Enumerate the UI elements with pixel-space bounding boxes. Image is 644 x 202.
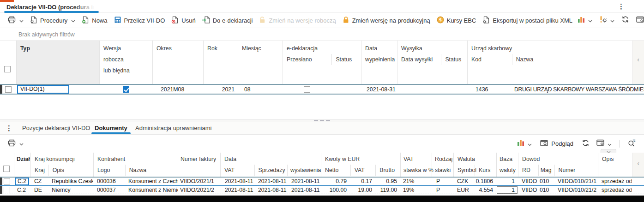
data-wypelnienia-cell[interactable]: 2021-08-31 <box>361 85 397 94</box>
chevron-down-icon[interactable] <box>19 140 24 147</box>
eksportuj-xml-button[interactable]: Eksportuj w postaci pliku XML <box>479 14 576 27</box>
bottom-panel-kebab-icon[interactable]: ⋮ <box>6 125 12 131</box>
nazwa-cell[interactable]: Konsument z Niemiec <box>125 186 178 194</box>
documents-search-filter-button[interactable] <box>626 138 638 150</box>
brutto-cell[interactable]: 119.00 <box>375 186 400 194</box>
netto-cell[interactable]: 100.00 <box>321 186 350 194</box>
column-header-numer-faktury[interactable]: Numer faktury <box>178 153 220 177</box>
do-edeklaracji-button[interactable]: Do e-deklaracji <box>199 14 256 27</box>
row-checkbox[interactable] <box>4 187 10 193</box>
chevron-down-icon[interactable] <box>19 17 24 24</box>
rd-cell[interactable]: VIIDO <box>518 178 538 185</box>
opis-dokumentu-cell[interactable]: sprzedaż od <box>598 186 632 194</box>
refresh-button[interactable] <box>620 14 631 26</box>
wersja-robocza-checkbox[interactable] <box>123 86 129 93</box>
chevron-down-icon[interactable] <box>71 17 75 24</box>
dzial-cell[interactable]: C.2 <box>14 186 30 194</box>
column-header-sprzedazy[interactable]: Sprzedaży <box>254 165 288 176</box>
column-header-przeslano[interactable]: Przesłano <box>283 54 331 65</box>
data-sprzedazy-cell[interactable]: 2021-08-11 <box>254 178 287 185</box>
column-header-data-wypelnienia[interactable]: Data wypełnienia <box>361 41 397 84</box>
document-row[interactable]: C.2 DE Niemcy 000037 Konsument z Niemiec… <box>0 186 644 194</box>
column-group-urzad-skarbowy[interactable]: Urząd skarbowy Kod Nazwa <box>467 41 632 84</box>
column-header-opis-kraju[interactable]: Opis <box>48 165 93 176</box>
column-header-mag[interactable]: Mag <box>538 165 554 176</box>
rodzaj-stawki-cell[interactable]: P <box>432 178 453 185</box>
documents-window-settings-button[interactable] <box>595 138 614 150</box>
vat-cell[interactable]: 0.17 <box>350 178 375 185</box>
documents-refresh-button[interactable] <box>580 138 591 150</box>
przeslano-checkbox[interactable] <box>304 86 310 93</box>
column-header-rodzaj-stawki[interactable]: Rodzaj stawki <box>432 153 453 177</box>
column-header-nazwa-urzedu[interactable]: Nazwa <box>512 54 632 65</box>
brutto-cell[interactable]: 0.95 <box>375 178 400 185</box>
tab-pozycje-deklaracji[interactable]: Pozycje deklaracji VII-DO <box>22 122 90 134</box>
chevron-down-icon[interactable] <box>610 16 614 24</box>
numer-faktury-cell[interactable]: VIIDO/2021/1 <box>178 178 220 185</box>
column-header-vat-kwota[interactable]: VAT <box>350 165 376 176</box>
tab-administracja-uprawnieniami[interactable]: Administracja uprawnieniami <box>135 122 211 134</box>
data-wystawienia-cell[interactable]: 2021-08-11 <box>287 178 321 185</box>
column-header-kod[interactable]: Kod <box>468 54 512 65</box>
column-header-typ[interactable]: Typ <box>16 41 99 84</box>
column-group-kontrahent[interactable]: Kontrahent Logo Nazwa <box>93 153 178 177</box>
stawka-cell[interactable]: 19% <box>400 186 432 194</box>
kurs-cell[interactable]: 4.554 <box>474 186 496 194</box>
symbol-waluty-cell[interactable]: EUR <box>453 186 474 194</box>
documents-chart-view-button[interactable] <box>515 138 534 150</box>
tab-deklaracje[interactable]: Deklaracje VII-DO (procedura importu) <box>6 3 98 11</box>
data-vat-cell[interactable]: 2021-08-11 <box>220 178 254 185</box>
zmien-produkcyjna-button[interactable]: Zmień wersję na produkcyjną <box>339 14 433 27</box>
tab-dokumenty[interactable]: Dokumenty <box>95 122 127 134</box>
podglad-button[interactable]: Podgląd <box>537 137 577 150</box>
kurs-cell[interactable]: 0.1806 <box>474 178 496 185</box>
column-header-netto[interactable]: Netto <box>321 165 350 176</box>
column-group-edeklaracja[interactable]: e-deklaracja Przesłano Status <box>283 41 361 84</box>
data-vat-cell[interactable]: 2021-08-11 <box>220 186 254 194</box>
column-header-status-edeklaracja[interactable]: Status <box>331 54 361 65</box>
window-settings-button[interactable] <box>634 14 644 26</box>
przeslano-cell[interactable] <box>283 85 331 94</box>
usun-button[interactable]: Usuń <box>168 14 199 27</box>
netto-cell[interactable]: 0.79 <box>321 178 350 185</box>
column-header-wersja-robocza[interactable]: Wersja robocza lub błędna <box>99 41 152 84</box>
column-header-symbol[interactable]: Symbol <box>454 165 475 176</box>
opis-dokumentu-cell[interactable]: sprzedaż od <box>598 178 632 185</box>
chart-view-button[interactable] <box>576 14 594 26</box>
select-all-checkbox[interactable] <box>4 66 11 72</box>
column-group-kraj-konsumpcji[interactable]: Kraj konsumpcji Kraj Opis <box>30 153 93 177</box>
column-header-wystawienia[interactable]: wystawienia <box>287 165 321 176</box>
status-edeklaracja-cell[interactable] <box>331 85 361 94</box>
collapse-left-icon[interactable]: ‹ <box>637 56 639 84</box>
kraj-cell[interactable]: DE <box>30 186 48 194</box>
column-header-logo[interactable]: Logo <box>94 165 125 176</box>
baza-waluty-cell[interactable]: 1 <box>496 186 518 194</box>
row-select-cell[interactable] <box>0 178 14 185</box>
alerts-settings-button[interactable] <box>597 14 616 26</box>
rodzaj-stawki-cell[interactable]: P <box>432 186 453 194</box>
stawka-cell[interactable]: 21% <box>400 178 432 185</box>
column-header-miesiac[interactable]: Miesiąc <box>238 41 283 84</box>
tab-menu-kebab-icon[interactable]: ⋮ <box>618 3 625 10</box>
baza-waluty-cell[interactable]: 1 <box>496 178 518 185</box>
dzial-cell[interactable]: C.2 <box>14 178 30 185</box>
column-group-wysylka[interactable]: Wysyłka Data wysyłki Status <box>397 41 467 84</box>
nazwa-urzedu-cell[interactable]: DRUGI URZĄD SKARBOWY WARSZAWA ŚRÓDMIEŚCI… <box>512 85 632 94</box>
wersja-robocza-cell[interactable] <box>99 85 152 94</box>
column-header-vat-stawka[interactable]: VAT stawka w % <box>400 153 432 177</box>
data-sprzedazy-cell[interactable]: 2021-08-11 <box>254 186 287 194</box>
declaration-row[interactable]: VII-DO(1) 2021M08 2021 08 2021-08-31 143… <box>0 84 644 95</box>
nazwa-cell[interactable]: Konsument z Czech <box>125 178 178 185</box>
print-button[interactable] <box>5 14 27 27</box>
numer-dowodu-cell[interactable]: VIIDO/010/21/1 <box>554 178 598 185</box>
rok-cell[interactable]: 2021 <box>203 85 238 94</box>
przelicz-button[interactable]: Przelicz VII-DO <box>111 14 169 27</box>
data-wystawienia-cell[interactable]: 2021-08-11 <box>287 186 321 194</box>
column-header-baza-waluty[interactable]: Baza waluty <box>496 153 518 177</box>
rd-cell[interactable]: VIIDO <box>518 186 538 194</box>
symbol-waluty-cell[interactable]: CZK <box>453 178 474 185</box>
column-header-nazwa[interactable]: Nazwa <box>125 165 178 176</box>
miesiac-cell[interactable]: 08 <box>238 85 283 94</box>
row-checkbox[interactable] <box>4 178 10 184</box>
column-header-kurs[interactable]: Kurs <box>475 165 496 176</box>
